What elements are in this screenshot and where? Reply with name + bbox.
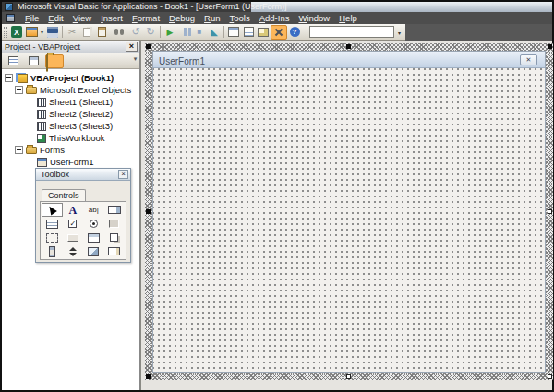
menu-window[interactable]: Window: [294, 12, 334, 24]
collapse-icon[interactable]: [5, 74, 13, 82]
toolbar-options-button[interactable]: ▾: [394, 25, 404, 40]
tree-item-forms[interactable]: Forms: [2, 144, 139, 156]
form-icon: [37, 158, 47, 167]
sheet-icon: [37, 122, 46, 131]
view-object-button[interactable]: [25, 54, 42, 67]
toolbar-separator: [223, 26, 224, 38]
insert-dropdown-caret[interactable]: ▾: [39, 29, 45, 35]
view-code-button[interactable]: [5, 54, 21, 67]
tree-item-label: Sheet3 (Sheet3): [49, 121, 113, 131]
toolbox-title: Toolbox: [41, 170, 69, 179]
reset-button[interactable]: ■: [192, 25, 207, 39]
tool-select-objects[interactable]: [42, 203, 63, 217]
toolbox-close-button[interactable]: ×: [118, 170, 128, 179]
menu-edit[interactable]: Edit: [43, 12, 67, 24]
object-browser-button[interactable]: [256, 25, 271, 39]
tree-item-label: ThisWorkbook: [49, 133, 105, 143]
userform-icon: [26, 27, 38, 37]
toggle-folders-button[interactable]: [45, 54, 64, 68]
collapse-icon[interactable]: [15, 146, 23, 154]
standard-toolbar: X ▾ ✂ ↺ ↻ ▶ ■ ◣ ? ▾: [2, 24, 405, 41]
menu-addins[interactable]: Add-Ins: [255, 12, 295, 24]
window-titlebar: Microsoft Visual Basic for Applications …: [2, 2, 552, 12]
tool-combobox[interactable]: [104, 203, 126, 217]
userform-caption: UserForm1: [153, 56, 205, 66]
resize-handle-middle-right[interactable]: [548, 209, 552, 214]
optionbutton-icon: [90, 220, 98, 228]
tree-item-sheet3[interactable]: Sheet3 (Sheet3): [2, 120, 139, 132]
tool-multipage[interactable]: [104, 231, 126, 244]
project-icon: [18, 74, 28, 83]
tool-label[interactable]: A: [63, 203, 84, 217]
userform-close-button[interactable]: ✕: [520, 54, 537, 65]
menu-view[interactable]: View: [68, 12, 96, 24]
project-panel-header[interactable]: Project - VBAProject ×: [2, 41, 139, 53]
tool-frame[interactable]: [42, 231, 63, 244]
project-panel-close-button[interactable]: ×: [126, 42, 138, 52]
toolbox-grid: A ab| ✓: [40, 201, 126, 260]
tool-refedit[interactable]: [104, 244, 126, 258]
menu-insert[interactable]: Insert: [96, 12, 127, 24]
tree-item-sheet2[interactable]: Sheet2 (Sheet2): [2, 108, 139, 120]
menu-help[interactable]: Help: [334, 12, 362, 24]
tool-tabstrip[interactable]: [83, 231, 104, 244]
run-button[interactable]: ▶: [163, 25, 177, 39]
find-button[interactable]: [109, 25, 124, 39]
object-browser-icon: [258, 28, 269, 37]
break-button[interactable]: [177, 25, 192, 39]
tool-commandbutton[interactable]: [63, 231, 84, 244]
redo-button[interactable]: ↻: [143, 25, 158, 39]
help-button[interactable]: ?: [287, 25, 302, 39]
tree-item-label: Forms: [40, 145, 65, 155]
tool-spinbutton[interactable]: [63, 244, 84, 258]
view-excel-button[interactable]: X: [9, 25, 24, 39]
vb-app-icon: [5, 3, 13, 11]
tool-togglebutton[interactable]: [104, 217, 126, 231]
project-explorer-button[interactable]: [226, 25, 241, 39]
panel-toolbar-grip[interactable]: ▾: [132, 56, 138, 61]
image-icon: [88, 247, 99, 256]
userform-grid-surface[interactable]: [153, 68, 545, 372]
tree-item-userform1[interactable]: UserForm1: [2, 156, 139, 168]
checkbox-icon: ✓: [68, 220, 77, 228]
menu-format[interactable]: Format: [127, 12, 164, 24]
form-selection-border[interactable]: UserForm1 ✕: [145, 43, 553, 380]
copy-button[interactable]: [79, 25, 94, 39]
userform-canvas[interactable]: UserForm1 ✕: [152, 51, 546, 373]
tab-controls[interactable]: Controls: [42, 189, 86, 201]
tool-textbox[interactable]: ab|: [83, 203, 104, 217]
tool-scrollbar[interactable]: [42, 244, 63, 258]
child-window-icon[interactable]: [6, 14, 15, 22]
menu-file[interactable]: File: [20, 12, 43, 24]
insert-userform-button[interactable]: [24, 25, 39, 39]
tree-item-thisworkbook[interactable]: ThisWorkbook: [2, 132, 139, 144]
toolbox-button[interactable]: [271, 25, 287, 40]
tree-item-vbaproject[interactable]: VBAProject (Book1): [2, 72, 139, 84]
refedit-icon: [108, 247, 120, 255]
paste-button[interactable]: [94, 25, 109, 39]
collapse-icon[interactable]: [15, 86, 23, 94]
resize-handle-bottom-right[interactable]: [548, 374, 552, 379]
cut-button[interactable]: ✂: [65, 25, 79, 39]
undo-button[interactable]: ↺: [128, 25, 143, 39]
menu-tools[interactable]: Tools: [225, 12, 255, 24]
userform-titlebar[interactable]: UserForm1 ✕: [153, 52, 545, 68]
toolbox-titlebar[interactable]: Toolbox ×: [36, 169, 130, 181]
form-designer-area: UserForm1 ✕: [140, 41, 552, 390]
properties-window-button[interactable]: [241, 25, 256, 39]
resize-handle-bottom-middle[interactable]: [346, 374, 351, 379]
save-button[interactable]: [45, 25, 60, 39]
tree-item-sheet1[interactable]: Sheet1 (Sheet1): [2, 96, 139, 108]
menu-debug[interactable]: Debug: [164, 12, 199, 24]
toolbar-grip[interactable]: [4, 27, 7, 38]
tree-item-label: Sheet1 (Sheet1): [49, 97, 113, 107]
tool-optionbutton[interactable]: [83, 217, 104, 231]
menu-run[interactable]: Run: [199, 12, 224, 24]
design-mode-button[interactable]: ◣: [207, 25, 222, 39]
tool-image[interactable]: [83, 244, 104, 258]
tree-item-label: Sheet2 (Sheet2): [49, 109, 113, 119]
toolbar-textbox[interactable]: [309, 26, 394, 38]
tree-item-excel-objects[interactable]: Microsoft Excel Objects: [2, 84, 139, 96]
tool-checkbox[interactable]: ✓: [63, 217, 84, 231]
tool-listbox[interactable]: [42, 217, 63, 231]
